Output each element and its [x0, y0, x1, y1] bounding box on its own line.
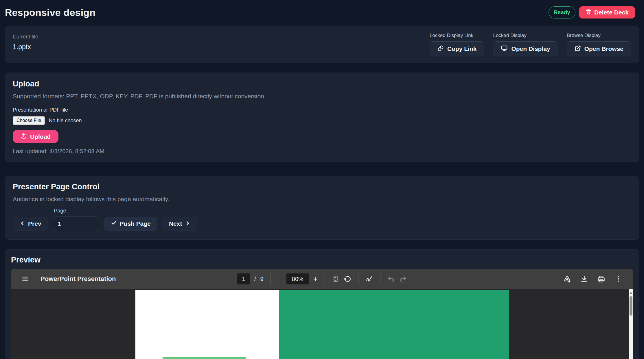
file-input-row: Choose File No file chosen	[13, 116, 631, 125]
monitor-icon	[501, 45, 508, 53]
redo-icon[interactable]	[399, 275, 407, 283]
scrollbar-up-arrow-icon[interactable]	[630, 292, 632, 294]
zoom-in-button[interactable]: +	[313, 275, 318, 283]
presenter-heading: Presenter Page Control	[13, 182, 631, 191]
choose-file-button[interactable]: Choose File	[13, 116, 45, 125]
prev-page-button[interactable]: Prev	[13, 217, 48, 231]
total-pages: 9	[260, 276, 264, 282]
next-page-button[interactable]: Next	[162, 217, 198, 231]
fit-to-page-icon[interactable]	[332, 275, 339, 283]
page-separator: /	[254, 276, 256, 282]
check-icon	[111, 220, 117, 227]
locked-display-link-label: Locked Display Link	[430, 33, 485, 38]
preview-card: Preview PowerPoint Presentation 1 / 9 − …	[5, 249, 639, 359]
print-icon[interactable]	[597, 275, 605, 283]
pdf-canvas: Responsive Design	[11, 289, 633, 359]
open-display-button[interactable]: Open Display	[493, 41, 558, 56]
toolbar-divider	[358, 273, 358, 285]
deck-page: Responsive design Ready Delete Deck Curr…	[0, 0, 644, 359]
link-icon	[437, 45, 444, 53]
push-page-label: Push Page	[120, 220, 151, 227]
upload-button[interactable]: Upload	[13, 130, 58, 143]
supported-formats-text: Supported formats: PPT, PPTX, ODP, KEY, …	[13, 93, 631, 100]
page-header: Responsive design Ready Delete Deck	[5, 4, 639, 21]
current-file-card: Current file 1.pptx Locked Display Link …	[5, 26, 639, 63]
toolbar-divider	[380, 273, 380, 285]
presenter-control-card: Presenter Page Control Audience in locke…	[5, 176, 639, 240]
current-file-info: Current file 1.pptx	[13, 33, 430, 51]
slide-green-panel: Responsive Design	[279, 290, 509, 359]
page-title: Responsive design	[5, 7, 549, 18]
delete-deck-button[interactable]: Delete Deck	[579, 6, 635, 18]
undo-icon[interactable]	[387, 275, 395, 283]
current-file-name: 1.pptx	[13, 43, 430, 51]
page-number-input[interactable]	[53, 216, 99, 231]
prev-label: Prev	[28, 220, 41, 227]
display-actions: Locked Display Link Copy Link Locked Dis…	[430, 33, 631, 56]
browse-display-group: Browse Display Open Browse	[567, 33, 631, 56]
file-field-label: Presentation or PDF file	[13, 107, 631, 113]
upload-heading: Upload	[13, 79, 631, 88]
pdf-scrollbar[interactable]	[629, 289, 633, 359]
pdf-toolbar-center: 1 / 9 − 80% +	[237, 269, 407, 289]
menu-icon[interactable]	[21, 275, 29, 283]
zoom-out-button[interactable]: −	[278, 275, 282, 283]
image-placeholder-icon	[163, 357, 246, 359]
pdf-toolbar-left: PowerPoint Presentation	[11, 275, 116, 283]
annotate-pen-icon[interactable]	[365, 275, 373, 283]
zoom-level-box[interactable]: 80%	[286, 273, 309, 284]
scrollbar-thumb[interactable]	[630, 296, 632, 316]
pdf-toolbar: PowerPoint Presentation 1 / 9 − 80% +	[11, 269, 633, 289]
next-label: Next	[169, 220, 182, 227]
delete-deck-label: Delete Deck	[594, 9, 629, 16]
chevron-left-icon	[19, 220, 25, 227]
toolbar-divider	[271, 273, 271, 285]
browse-display-label: Browse Display	[567, 33, 631, 38]
status-badge: Ready	[549, 6, 575, 18]
locked-display-link-group: Locked Display Link Copy Link	[430, 33, 485, 56]
upload-card: Upload Supported formats: PPT, PPTX, ODP…	[5, 73, 639, 162]
preview-heading: Preview	[11, 256, 633, 264]
pdf-toolbar-right	[563, 275, 633, 283]
chevron-right-icon	[185, 220, 191, 227]
open-display-label: Open Display	[511, 45, 550, 52]
last-updated-text: Last updated: 4/3/2026, 8:52:08 AM	[13, 148, 631, 155]
no-file-chosen-text: No file chosen	[49, 118, 82, 124]
upload-icon	[21, 133, 27, 140]
current-file-label: Current file	[13, 34, 430, 40]
page-number-field: Page	[53, 208, 99, 231]
copy-link-label: Copy Link	[447, 45, 477, 52]
more-options-icon[interactable]	[614, 275, 622, 283]
locked-display-label: Locked Display	[493, 33, 558, 38]
pdf-document-title: PowerPoint Presentation	[41, 275, 116, 283]
slide-page-1: Responsive Design	[135, 290, 509, 359]
page-field-label: Page	[54, 208, 99, 214]
pdf-viewer: PowerPoint Presentation 1 / 9 − 80% +	[11, 269, 633, 359]
save-to-drive-icon[interactable]	[563, 275, 571, 283]
open-browse-button[interactable]: Open Browse	[567, 41, 631, 56]
current-page-box[interactable]: 1	[237, 273, 250, 284]
slide-white-panel	[135, 290, 279, 359]
upload-button-label: Upload	[30, 133, 51, 140]
push-page-button[interactable]: Push Page	[104, 217, 157, 231]
external-link-icon	[575, 45, 581, 53]
locked-display-group: Locked Display Open Display	[493, 33, 558, 56]
rotate-icon[interactable]	[344, 275, 351, 283]
toolbar-divider	[325, 273, 325, 285]
page-controls: Prev Page Push Page Next	[13, 208, 631, 231]
open-browse-label: Open Browse	[584, 45, 623, 52]
download-icon[interactable]	[580, 275, 588, 283]
presenter-description: Audience in locked display follows this …	[13, 196, 631, 203]
trash-icon	[586, 9, 591, 16]
copy-link-button[interactable]: Copy Link	[430, 41, 485, 56]
